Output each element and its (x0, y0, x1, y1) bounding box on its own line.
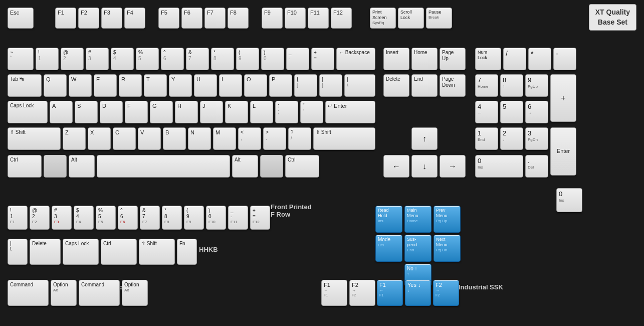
key-m[interactable]: M (213, 127, 236, 150)
key-f12[interactable]: F12 (331, 8, 352, 29)
key-f10[interactable]: F10 (285, 8, 306, 29)
key-f9[interactable]: F9 (262, 8, 283, 29)
key-6[interactable]: ^ 6 (161, 48, 184, 70)
apple-command-left[interactable]: Command (8, 280, 49, 306)
key-e[interactable]: E (94, 74, 117, 97)
key-9[interactable]: ( 9 (236, 48, 259, 70)
key-minus[interactable]: _ - (286, 48, 309, 70)
key-quote[interactable]: " ' (300, 101, 323, 123)
key-f6[interactable]: F6 (181, 8, 202, 29)
key-right-alt[interactable]: Alt (232, 155, 258, 178)
hhkb-delete[interactable]: Delete (30, 239, 61, 265)
key-num-star[interactable]: * (528, 48, 551, 70)
key-4[interactable]: $ 4 (111, 48, 134, 70)
key-1[interactable]: ! 1 (36, 48, 59, 70)
key-semicolon[interactable]: : ; (275, 101, 298, 123)
fp-7[interactable]: & 7 F7 (140, 206, 160, 230)
apple-command-right[interactable]: Command (79, 280, 120, 306)
issk-f1-left[interactable]: F1 ← F1 (321, 280, 347, 306)
key-v[interactable]: V (138, 127, 161, 150)
key-enter[interactable]: ↵ Enter (325, 101, 375, 123)
fp-5[interactable]: % 5 F5 (96, 206, 116, 230)
key-j[interactable]: J (200, 101, 223, 123)
key-y[interactable]: Y (169, 74, 192, 97)
key-x[interactable]: X (88, 127, 111, 150)
key-space[interactable] (97, 155, 230, 178)
key-num-lock[interactable]: NumLock (475, 48, 501, 70)
key-caps-lock[interactable]: Caps Lock (8, 101, 48, 123)
key-page-up[interactable]: PageUp (440, 48, 466, 70)
key-num-8[interactable]: 8 ↑ (500, 74, 523, 97)
key-backtick[interactable]: ~ ` (8, 48, 34, 70)
key-main-menu[interactable]: MainMenu Home (404, 206, 432, 233)
key-equals[interactable]: + = (311, 48, 334, 70)
key-print-screen[interactable]: PrintScreen SysRq (370, 8, 396, 29)
key-scroll-lock[interactable]: ScrollLock (398, 8, 424, 29)
key-q[interactable]: Q (44, 74, 67, 97)
key-num-1[interactable]: 1 End (475, 127, 498, 150)
key-next-menu[interactable]: NextMenu Pg Dn (434, 235, 461, 262)
key-t[interactable]: T (144, 74, 167, 97)
key-f[interactable]: F (125, 101, 148, 123)
key-0[interactable]: ) 0 (261, 48, 284, 70)
key-num-2[interactable]: 2 ↓ (500, 127, 523, 150)
key-d[interactable]: D (100, 101, 123, 123)
key-r[interactable]: R (119, 74, 142, 97)
fp-1[interactable]: ! 1 F1 (8, 206, 28, 230)
key-p[interactable]: P (269, 74, 292, 97)
key-num-5[interactable]: 5 (500, 101, 523, 123)
key-arrow-right[interactable]: → (440, 155, 466, 178)
key-home[interactable]: Home (411, 48, 438, 70)
fp-3[interactable]: # 3 F3 (52, 206, 72, 230)
key-num-7[interactable]: 7 Home (475, 74, 498, 97)
key-f4[interactable]: F4 (124, 8, 145, 29)
key-c[interactable]: C (113, 127, 136, 150)
key-left-shift[interactable]: ⇑ Shift (8, 127, 61, 150)
key-right-bracket[interactable]: } ] (319, 74, 342, 97)
key-delete[interactable]: Delete (383, 74, 409, 97)
hhkb-fn[interactable]: Fn (177, 239, 197, 265)
key-slash[interactable]: ? / (288, 127, 311, 150)
key-b[interactable]: B (163, 127, 186, 150)
key-backspace[interactable]: ← Backspace (336, 48, 375, 70)
key-arrow-left[interactable]: ← (383, 155, 409, 178)
key-z[interactable]: Z (63, 127, 86, 150)
key-n[interactable]: N (188, 127, 211, 150)
key-o[interactable]: O (244, 74, 267, 97)
key-win[interactable] (44, 155, 67, 178)
key-num-minus[interactable]: - (553, 48, 576, 70)
key-left-ctrl[interactable]: Ctrl (8, 155, 42, 178)
hhkb-ctrl[interactable]: Ctrl (101, 239, 137, 265)
key-pause[interactable]: Pause Break (426, 8, 452, 29)
key-f5[interactable]: F5 (158, 8, 179, 29)
fp-10[interactable]: ) 0 F10 (206, 206, 226, 230)
apple-option-left[interactable]: Option Alt (51, 280, 77, 306)
key-num-dot[interactable]: . Del (525, 155, 548, 178)
key-end[interactable]: End (411, 74, 438, 97)
key-2[interactable]: @ 2 (61, 48, 84, 70)
key-prev-menu[interactable]: PrevMenu Pg Up (434, 206, 461, 233)
hhkb-caps-lock[interactable]: Caps Lock (63, 239, 99, 265)
key-insert[interactable]: Insert (383, 48, 409, 70)
key-num-enter[interactable]: Enter (550, 127, 576, 176)
key-8[interactable]: * 8 (211, 48, 234, 70)
issk-f2-blue[interactable]: F2 → F2 (433, 280, 459, 306)
hhkb-shift[interactable]: ⇑ Shift (139, 239, 175, 265)
key-w[interactable]: W (69, 74, 92, 97)
key-num-3[interactable]: 3 PgDn (525, 127, 548, 150)
key-page-down[interactable]: PageDown (440, 74, 466, 97)
key-h[interactable]: H (175, 101, 198, 123)
fp-9[interactable]: ( 9 F9 (184, 206, 204, 230)
key-tab[interactable]: Tab ↹ (8, 74, 42, 97)
key-i[interactable]: I (219, 74, 242, 97)
key-k[interactable]: K (225, 101, 248, 123)
key-f8[interactable]: F8 (228, 8, 249, 29)
issk-yes[interactable]: Yes ↓ ↓ (405, 280, 431, 306)
key-right-ctrl[interactable]: Ctrl (285, 155, 319, 178)
key-read-hold[interactable]: ReadHold Ins (375, 206, 402, 233)
key-a[interactable]: A (50, 101, 73, 123)
key-app[interactable] (260, 155, 283, 178)
key-num-plus[interactable]: + (550, 74, 576, 122)
key-num-9[interactable]: 9 PgUp (525, 74, 548, 97)
issk-f2-left[interactable]: F2 → F2 (349, 280, 375, 306)
